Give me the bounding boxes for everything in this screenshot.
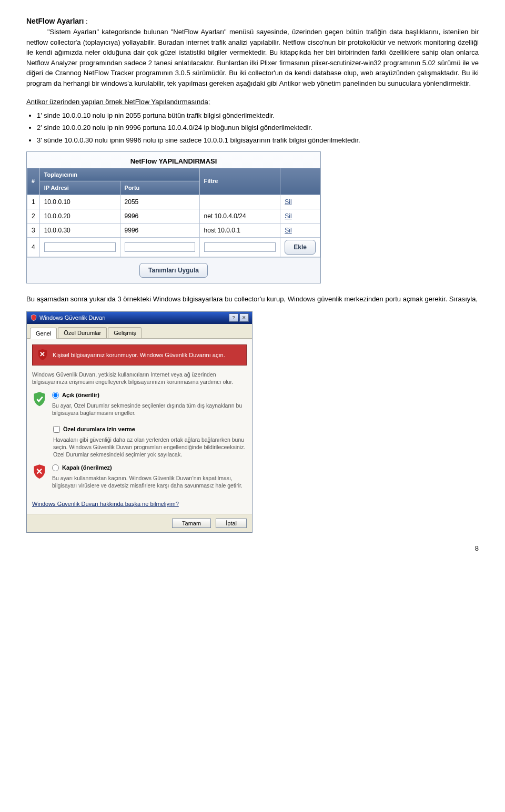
colon: : [84,17,87,25]
firewall-dialog: Windows Güvenlik Duvarı ? ✕ Genel Özel D… [26,311,252,533]
list-item: 1' sinde 10.0.0.10 nolu ip nin 2055 port… [37,110,479,121]
tab-advanced[interactable]: Gelişmiş [108,327,142,339]
noexcept-sub: Havaalanı gibi güvenliği daha az olan ye… [53,436,247,459]
cell-filter: net 10.0.4.0/24 [199,209,280,223]
cell-ip: 10.0.0.30 [39,223,120,237]
noexcept-row[interactable]: Özel durumlara izin verme [53,425,247,434]
ok-button[interactable]: Tamam [172,519,211,528]
cell-num: 2 [27,209,40,223]
ip-input[interactable] [44,242,116,252]
shield-warning-icon: ✕ [37,348,48,362]
after-panel-paragraph: Bu aşamadan sonra yukarıda 3 örnekteki W… [26,294,479,304]
delete-link[interactable]: Sil [285,227,291,234]
cell-num: 1 [27,195,40,209]
noexcept-checkbox[interactable] [53,426,60,433]
netflow-panel-footer: Tanımları Uygula [27,257,320,283]
filter-input[interactable] [204,242,276,252]
option-off: ✕ Kapalı (önerilmez) Bu ayarı kullanmakt… [32,463,247,494]
intro-line1: "Sistem Ayarları" kategorisnde bulunan "… [47,28,289,36]
radio-on-row[interactable]: Açık (önerilir) [52,391,247,400]
radio-off-sub: Bu ayarı kullanmaktan kaçının. Windows G… [52,474,247,489]
tab-general[interactable]: Genel [30,328,57,339]
cell-num: 3 [27,223,40,237]
firewall-help-link[interactable]: Windows Güvenlik Duvarı hakkında başka n… [32,500,179,509]
col-action [280,168,320,195]
firewall-warning-banner: ✕ Kişisel bilgisayarınız korunmuyor. Win… [32,344,247,366]
table-row: 3 10.0.0.30 9996 host 10.0.0.1 Sil [27,223,320,237]
delete-link[interactable]: Sil [285,198,291,206]
list-item: 2' sinde 10.0.0.20 nolu ip nin 9996 port… [37,123,479,133]
option-on: Açık (önerilir) Bu ayar, Özel Durumlar s… [32,391,247,422]
page-number: 8 [26,533,479,554]
table-row: 2 10.0.0.20 9996 net 10.0.4.0/24 Sil [27,209,320,223]
firewall-description: Windows Güvenlik Duvarı, yetkisiz kullan… [32,371,247,385]
close-button[interactable]: ✕ [239,313,249,322]
col-filter: Filtre [199,168,280,195]
cell-ip: 10.0.0.10 [39,195,120,209]
svg-text:✕: ✕ [36,466,43,476]
help-button[interactable]: ? [229,313,238,322]
intro-rest: üzerinden geçen bütün trafiğin data başl… [26,28,479,87]
col-ip: IP Adresi [39,181,120,195]
bullet-list: 1' sinde 10.0.0.10 nolu ip nin 2055 port… [37,110,479,146]
port-input[interactable] [125,242,195,252]
shield-off-icon: ✕ [32,463,47,480]
svg-text:✕: ✕ [39,350,45,358]
col-port: Portu [120,181,199,195]
list-item: 3' sünde 10.0.0.30 nolu ipnin 9996 nolu … [37,135,479,146]
tab-exceptions[interactable]: Özel Durumlar [58,327,107,339]
radio-off-label: Kapalı (önerilmez) [62,463,112,472]
cell-ip: 10.0.0.20 [39,209,120,223]
table-row: 1 10.0.0.10 2055 Sil [27,195,320,209]
page-title: NetFlow Ayarları [26,17,84,25]
firewall-title: Windows Güvenlik Duvarı [39,313,106,322]
table-row-empty: 4 Ekle [27,237,320,257]
cell-filter [199,195,280,209]
netflow-panel-title: NetFlow YAPILANDIRMASI [27,152,320,168]
col-group: Toplayıcının [39,168,199,181]
cell-port: 2055 [120,195,199,209]
cell-port: 9996 [120,223,199,237]
delete-link[interactable]: Sil [285,212,291,220]
radio-off[interactable] [52,464,59,471]
add-button[interactable]: Ekle [285,240,316,255]
apply-button[interactable]: Tanımları Uygula [139,263,208,278]
banner-text: Kişisel bilgisayarınız korunmuyor. Windo… [53,351,225,360]
subheading: Antikor üzerinden yapılan örnek NetFlow … [26,97,479,107]
cell-num: 4 [27,237,40,257]
cell-port: 9996 [120,209,199,223]
noexcept-block: Özel durumlara izin verme Havaalanı gibi… [53,425,247,458]
radio-on-label: Açık (önerilir) [62,391,99,400]
col-num: # [27,168,40,195]
cancel-button[interactable]: İptal [216,519,247,528]
shield-on-icon [32,391,47,408]
shield-icon [30,314,37,321]
radio-off-row[interactable]: Kapalı (önerilmez) [52,463,247,472]
intro-paragraph: NetFlow Ayarları : "Sistem Ayarları" kat… [26,16,479,88]
firewall-titlebar: Windows Güvenlik Duvarı ? ✕ [27,312,252,324]
firewall-tabs: Genel Özel Durumlar Gelişmiş [27,324,252,339]
netflow-config-panel: NetFlow YAPILANDIRMASI # Toplayıcının Fi… [26,151,321,283]
firewall-button-row: Tamam İptal [27,514,252,532]
cell-filter: host 10.0.0.1 [199,223,280,237]
radio-on[interactable] [52,392,59,399]
netflow-table: # Toplayıcının Filtre IP Adresi Portu 1 … [27,168,320,257]
noexcept-label: Özel durumlara izin verme [63,425,135,434]
firewall-body: ✕ Kişisel bilgisayarınız korunmuyor. Win… [27,339,252,514]
radio-on-sub: Bu ayar, Özel Durumlar sekmesinde seçile… [52,402,247,417]
